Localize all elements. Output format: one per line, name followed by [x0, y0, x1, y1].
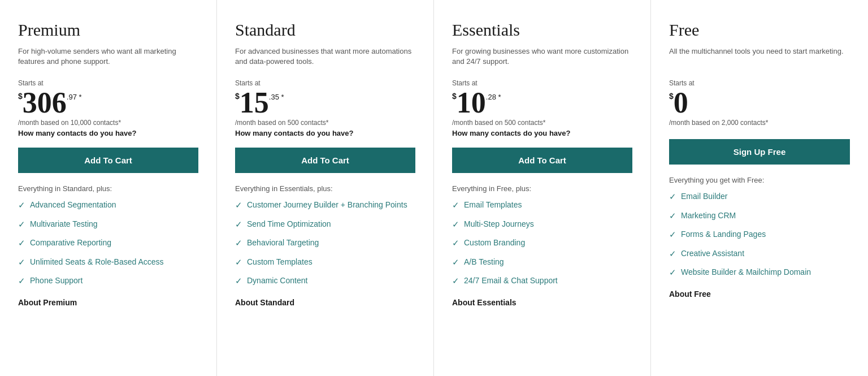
feature-text: Phone Support: [30, 275, 83, 286]
feature-item: ✓Multi-Step Journeys: [452, 219, 632, 230]
check-icon: ✓: [452, 237, 459, 249]
feature-item: ✓Send Time Optimization: [235, 219, 415, 230]
check-icon: ✓: [669, 267, 676, 278]
plan-col-essentials: EssentialsFor growing businesses who wan…: [434, 0, 651, 376]
feature-text: Multi-Step Journeys: [464, 219, 534, 229]
feature-item: ✓Marketing CRM: [669, 210, 850, 222]
contacts-question-essentials[interactable]: How many contacts do you have?: [452, 129, 632, 137]
feature-text: Send Time Optimization: [247, 219, 331, 229]
about-link-standard[interactable]: About Standard: [235, 298, 415, 307]
includes-label-premium: Everything in Standard, plus:: [18, 184, 198, 193]
price-row-standard: $15.35 *: [235, 88, 415, 118]
check-icon: ✓: [452, 200, 459, 211]
plan-name-standard: Standard: [235, 20, 415, 40]
about-link-premium[interactable]: About Premium: [18, 298, 198, 307]
includes-label-standard: Everything in Essentials, plus:: [235, 184, 415, 193]
price-main-premium: 306: [23, 88, 67, 118]
feature-text: Customer Journey Builder + Branching Poi…: [247, 200, 407, 210]
feature-item: ✓Phone Support: [18, 275, 198, 287]
feature-text: Custom Templates: [247, 257, 313, 267]
feature-text: Behavioral Targeting: [247, 237, 319, 248]
check-icon: ✓: [669, 210, 676, 222]
feature-text: Email Builder: [681, 191, 727, 201]
check-icon: ✓: [18, 200, 25, 211]
check-icon: ✓: [18, 275, 25, 287]
feature-item: ✓Website Builder & Mailchimp Domain: [669, 267, 850, 278]
includes-label-free: Everything you get with Free:: [669, 176, 850, 184]
starts-at-premium: Starts at: [18, 79, 198, 87]
feature-text: Custom Branding: [464, 237, 525, 248]
plan-desc-standard: For advanced businesses that want more a…: [235, 46, 415, 70]
feature-item: ✓Email Templates: [452, 200, 632, 211]
price-dollar-standard: $: [235, 92, 240, 101]
price-period-premium: /month based on 10,000 contacts*: [18, 119, 198, 127]
check-icon: ✓: [669, 229, 676, 240]
about-link-free[interactable]: About Free: [669, 289, 850, 299]
feature-text: Dynamic Content: [247, 275, 307, 286]
contacts-question-standard[interactable]: How many contacts do you have?: [235, 129, 415, 137]
feature-item: ✓Advanced Segmentation: [18, 200, 198, 211]
feature-item: ✓24/7 Email & Chat Support: [452, 275, 632, 287]
feature-item: ✓Custom Branding: [452, 237, 632, 249]
price-cents-premium: .97 *: [67, 93, 82, 101]
price-period-standard: /month based on 500 contacts*: [235, 119, 415, 127]
plan-name-essentials: Essentials: [452, 20, 632, 40]
feature-item: ✓Forms & Landing Pages: [669, 229, 850, 240]
cta-button-free[interactable]: Sign Up Free: [669, 139, 850, 165]
plan-desc-essentials: For growing businesses who want more cus…: [452, 46, 632, 70]
check-icon: ✓: [18, 237, 25, 249]
feature-text: Forms & Landing Pages: [681, 229, 766, 239]
pricing-grid: PremiumFor high-volume senders who want …: [0, 0, 868, 376]
feature-text: Website Builder & Mailchimp Domain: [681, 267, 811, 277]
feature-item: ✓Creative Assistant: [669, 248, 850, 260]
check-icon: ✓: [669, 191, 676, 202]
check-icon: ✓: [235, 200, 242, 211]
feature-text: Multivariate Testing: [30, 219, 98, 229]
feature-item: ✓Behavioral Targeting: [235, 237, 415, 249]
feature-item: ✓Comparative Reporting: [18, 237, 198, 249]
price-period-essentials: /month based on 500 contacts*: [452, 119, 632, 127]
plan-name-free: Free: [669, 20, 850, 40]
check-icon: ✓: [18, 219, 25, 230]
feature-text: Unlimited Seats & Role-Based Access: [30, 257, 164, 267]
price-row-premium: $306.97 *: [18, 88, 198, 118]
feature-text: Marketing CRM: [681, 210, 736, 221]
check-icon: ✓: [669, 248, 676, 260]
feature-item: ✓Multivariate Testing: [18, 219, 198, 230]
starts-at-free: Starts at: [669, 79, 850, 87]
check-icon: ✓: [235, 219, 242, 230]
price-cents-essentials: .28 *: [486, 93, 501, 101]
price-dollar-essentials: $: [452, 92, 457, 101]
price-row-essentials: $10.28 *: [452, 88, 632, 118]
price-dollar-premium: $: [18, 92, 23, 101]
plan-col-free: FreeAll the multichannel tools you need …: [651, 0, 868, 376]
feature-item: ✓A/B Testing: [452, 257, 632, 268]
plan-col-premium: PremiumFor high-volume senders who want …: [0, 0, 217, 376]
check-icon: ✓: [235, 237, 242, 249]
feature-item: ✓Custom Templates: [235, 257, 415, 268]
plan-col-standard: StandardFor advanced businesses that wan…: [217, 0, 434, 376]
feature-list-standard: ✓Customer Journey Builder + Branching Po…: [235, 200, 415, 287]
cta-button-standard[interactable]: Add To Cart: [235, 148, 415, 173]
feature-text: Comparative Reporting: [30, 237, 111, 248]
feature-text: Creative Assistant: [681, 248, 744, 258]
cta-button-essentials[interactable]: Add To Cart: [452, 148, 632, 173]
check-icon: ✓: [452, 275, 459, 287]
feature-item: ✓Dynamic Content: [235, 275, 415, 287]
starts-at-standard: Starts at: [235, 79, 415, 87]
price-main-essentials: 10: [457, 88, 486, 118]
feature-list-premium: ✓Advanced Segmentation✓Multivariate Test…: [18, 200, 198, 287]
feature-text: Advanced Segmentation: [30, 200, 116, 210]
check-icon: ✓: [18, 257, 25, 268]
plan-desc-free: All the multichannel tools you need to s…: [669, 46, 850, 70]
feature-list-essentials: ✓Email Templates✓Multi-Step Journeys✓Cus…: [452, 200, 632, 287]
cta-button-premium[interactable]: Add To Cart: [18, 148, 198, 173]
feature-item: ✓Customer Journey Builder + Branching Po…: [235, 200, 415, 211]
price-period-free: /month based on 2,000 contacts*: [669, 119, 850, 127]
check-icon: ✓: [452, 219, 459, 230]
about-link-essentials[interactable]: About Essentials: [452, 298, 632, 307]
check-icon: ✓: [235, 275, 242, 287]
contacts-question-premium[interactable]: How many contacts do you have?: [18, 129, 198, 137]
check-icon: ✓: [235, 257, 242, 268]
feature-item: ✓Email Builder: [669, 191, 850, 202]
